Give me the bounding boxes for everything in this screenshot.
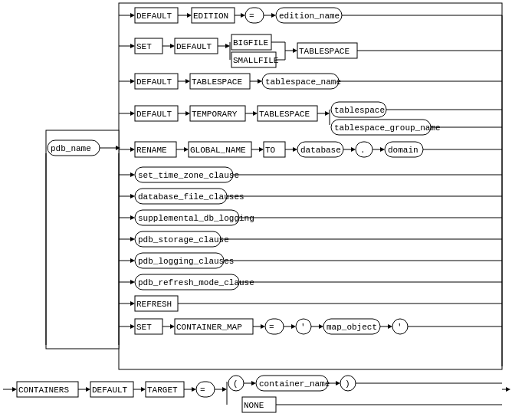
container-name-label: container_name xyxy=(259,379,330,389)
refresh-label: REFRESH xyxy=(136,300,172,309)
pdb-refresh-mode-clause: pdb_refresh_mode_clause xyxy=(138,278,254,287)
svg-rect-11 xyxy=(245,8,264,23)
svg-marker-149 xyxy=(336,381,340,386)
bigfile-label: BIGFILE xyxy=(233,38,269,48)
smallfile-label: SMALLFILE xyxy=(233,56,279,65)
pdb-logging-clauses: pdb_logging_clauses xyxy=(138,257,234,266)
tablespace-label-r3: TABLESPACE xyxy=(192,77,242,87)
tablespace-label-r4: TABLESPACE xyxy=(259,110,310,119)
edition-name: edition_name xyxy=(279,11,340,21)
svg-marker-142 xyxy=(222,387,227,392)
default-label-r4: DEFAULT xyxy=(136,110,172,119)
tablespace-group-name: tablespace_group_name xyxy=(334,123,441,133)
close-paren-bottom: ) xyxy=(345,379,350,389)
tablespace-id: tablespace xyxy=(334,106,385,115)
svg-rect-118 xyxy=(265,319,284,334)
supplemental-db-logging: supplemental_db_logging xyxy=(138,214,254,223)
global-name-label: GLOBAL_NAME xyxy=(190,146,246,155)
open-paren-bottom: ( xyxy=(233,379,238,389)
quote2-label: ' xyxy=(397,323,402,332)
eq-label-bottom: = xyxy=(200,386,205,395)
map-object-label: map_object xyxy=(327,323,377,332)
default-label-bottom: DEFAULT xyxy=(92,386,128,395)
svg-marker-155 xyxy=(506,387,510,392)
svg-marker-136 xyxy=(141,387,146,392)
default-label-r2: DEFAULT xyxy=(176,42,212,51)
quote1-label: ' xyxy=(300,323,306,332)
eq-label-r1: = xyxy=(249,11,254,21)
svg-marker-133 xyxy=(86,387,90,392)
svg-marker-146 xyxy=(251,381,256,386)
set-label-r13: SET xyxy=(136,323,152,332)
eq-label-r13: = xyxy=(269,323,274,332)
pdb-storage-clause: pdb_storage_clause xyxy=(138,235,229,244)
set-label-r2: SET xyxy=(136,42,152,51)
default-label-r3: DEFAULT xyxy=(136,77,172,87)
rename-label: RENAME xyxy=(136,146,167,155)
target-label: TARGET xyxy=(147,386,178,395)
default-label-r1: DEFAULT xyxy=(136,11,172,21)
svg-marker-139 xyxy=(192,387,196,392)
tablespace-name: tablespace_name xyxy=(265,77,341,87)
containers-label: CONTAINERS xyxy=(18,386,69,395)
svg-rect-2 xyxy=(46,130,119,349)
database-file-clauses: database_file_clauses xyxy=(138,192,245,202)
to-label: TO xyxy=(265,146,276,155)
edition-label: EDITION xyxy=(193,11,228,21)
none-label: NONE xyxy=(244,401,264,410)
container-map-label: CONTAINER_MAP xyxy=(176,323,242,332)
temporary-label: TEMPORARY xyxy=(192,110,238,119)
svg-marker-130 xyxy=(12,387,17,392)
dot-label: . xyxy=(360,146,366,155)
set-time-zone-clause: set_time_zone_clause xyxy=(138,171,239,180)
domain-label: domain xyxy=(388,146,418,155)
database-label: database xyxy=(300,146,341,155)
syntax-diagram: DEFAULT EDITION = edition_name SET DEFAU… xyxy=(0,0,512,420)
tablespace-label-r2: TABLESPACE xyxy=(299,47,350,56)
pdb-name-label: pdb_name xyxy=(51,144,91,153)
svg-rect-140 xyxy=(196,382,215,397)
